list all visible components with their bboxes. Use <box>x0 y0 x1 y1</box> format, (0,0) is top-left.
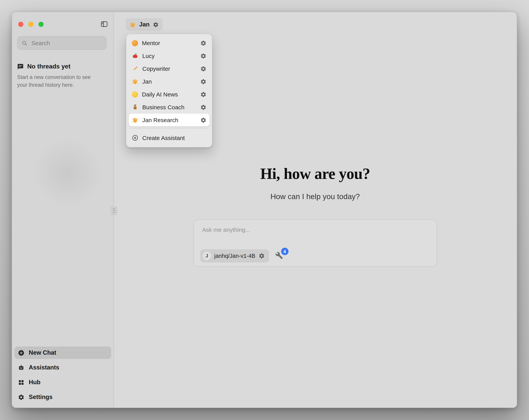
sidebar-smudge <box>19 124 116 221</box>
zoom-window-button[interactable] <box>39 22 43 27</box>
menu-item-label: Copywriter <box>142 65 196 72</box>
menu-item-jan-research[interactable]: Jan Research <box>129 114 210 126</box>
search-input[interactable] <box>31 39 102 47</box>
current-assistant-name: Jan <box>139 21 149 28</box>
menu-item-label: Jan <box>142 78 196 85</box>
tools-button[interactable]: 4 <box>275 252 284 260</box>
assistant-settings-gear-icon[interactable] <box>153 22 159 27</box>
menu-item-label: Daily AI News <box>142 91 196 98</box>
wave-hand-icon <box>132 117 138 123</box>
sidebar-toggle-icon <box>100 20 108 28</box>
sidebar-nav: New Chat Assistants Hub Settings <box>14 347 111 403</box>
sidebar-item-label: New Chat <box>29 349 56 356</box>
grid-icon <box>18 379 25 386</box>
desktop: No threads yet Start a new conversation … <box>0 0 529 420</box>
minimize-window-button[interactable] <box>28 22 33 27</box>
orange-circle-icon <box>132 40 138 46</box>
chat-bubble-icon <box>17 63 24 70</box>
message-input[interactable] <box>201 226 429 233</box>
gear-icon <box>18 394 25 400</box>
create-assistant-button[interactable]: Create Assistant <box>129 131 210 145</box>
composer-card[interactable]: J janhq/Jan-v1-4B 4 <box>193 219 437 267</box>
composer-toolbar: J janhq/Jan-v1-4B 4 <box>200 249 284 262</box>
search-field[interactable] <box>17 36 106 50</box>
empty-state-title: No threads yet <box>27 63 70 70</box>
sidebar: No threads yet Start a new conversation … <box>12 12 114 407</box>
menu-item-mentor[interactable]: Mentor <box>129 37 210 49</box>
plus-circle-outline-icon <box>132 134 138 141</box>
tools-count-badge: 4 <box>281 248 288 255</box>
menu-item-label: Business Coach <box>142 104 196 110</box>
money-bag-icon <box>132 104 138 110</box>
search-icon <box>21 40 28 46</box>
wave-hand-icon <box>130 21 136 28</box>
sidebar-item-settings[interactable]: Settings <box>14 391 111 403</box>
model-selector-button[interactable]: J janhq/Jan-v1-4B <box>200 249 269 262</box>
model-name: janhq/Jan-v1-4B <box>214 253 255 259</box>
plus-circle-icon <box>18 349 25 356</box>
apple-icon <box>132 53 138 59</box>
assistant-selector-button[interactable]: Jan <box>126 18 162 31</box>
empty-state-header: No threads yet <box>17 63 70 70</box>
app-window: No threads yet Start a new conversation … <box>12 12 517 408</box>
create-assistant-label: Create Assistant <box>142 134 185 141</box>
assistant-dropdown-menu: Mentor Lucy Copywriter Jan Daily AI News <box>126 34 212 147</box>
main-content: Hi, how are you? How can I help you toda… <box>114 164 517 267</box>
wave-hand-icon <box>132 78 138 85</box>
gear-icon[interactable] <box>200 66 206 72</box>
gear-icon[interactable] <box>200 117 206 123</box>
sidebar-toggle-button[interactable] <box>100 20 108 28</box>
sidebar-item-new-chat[interactable]: New Chat <box>14 347 111 359</box>
gear-icon[interactable] <box>200 78 206 85</box>
yellow-circle-icon <box>132 91 138 97</box>
menu-item-business-coach[interactable]: Business Coach <box>129 101 210 114</box>
menu-item-daily-ai-news[interactable]: Daily AI News <box>129 88 210 101</box>
sidebar-item-label: Hub <box>29 379 40 386</box>
menu-item-lucy[interactable]: Lucy <box>129 49 210 62</box>
pencil-icon <box>132 65 138 72</box>
menu-separator <box>130 128 209 129</box>
menu-item-label: Lucy <box>142 53 196 59</box>
model-settings-gear-icon[interactable] <box>258 253 264 259</box>
robot-icon <box>18 364 25 371</box>
greeting-title: Hi, how are you? <box>114 164 517 183</box>
gear-icon[interactable] <box>200 40 206 46</box>
sidebar-item-label: Assistants <box>29 364 59 371</box>
sidebar-item-assistants[interactable]: Assistants <box>14 361 111 374</box>
model-avatar: J <box>203 252 211 260</box>
menu-item-label: Jan Research <box>142 117 196 123</box>
close-window-button[interactable] <box>18 22 23 27</box>
empty-state-description: Start a new conversation to see your thr… <box>17 73 100 89</box>
gear-icon[interactable] <box>200 104 206 110</box>
menu-item-label: Mentor <box>142 40 196 46</box>
menu-item-copywriter[interactable]: Copywriter <box>129 62 210 75</box>
window-controls <box>18 22 43 27</box>
gear-icon[interactable] <box>200 91 206 97</box>
sidebar-item-hub[interactable]: Hub <box>14 376 111 389</box>
gear-icon[interactable] <box>200 53 206 59</box>
greeting-subtitle: How can I help you today? <box>114 191 517 202</box>
sidebar-item-label: Settings <box>29 393 53 401</box>
menu-item-jan[interactable]: Jan <box>129 75 210 88</box>
